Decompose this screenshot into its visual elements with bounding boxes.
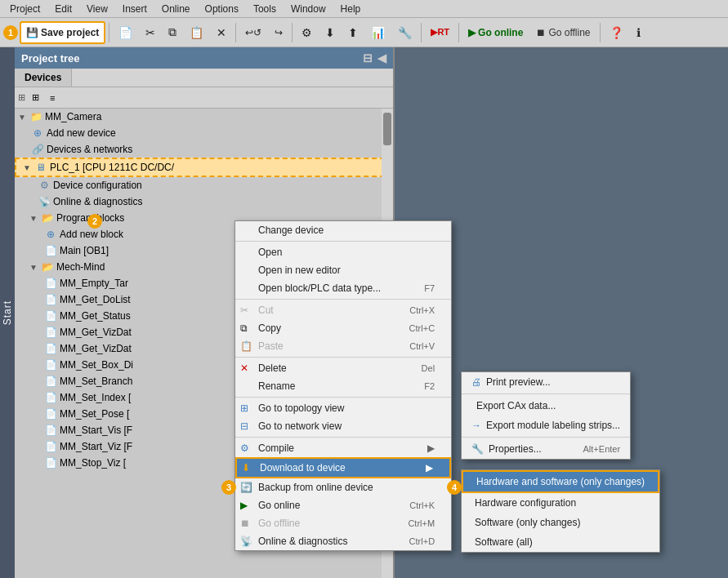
ctx-paste[interactable]: 📋 Paste Ctrl+V bbox=[235, 337, 451, 355]
start-tab[interactable]: Start bbox=[0, 47, 15, 578]
toolbar-btn-help[interactable]: ❓ bbox=[604, 21, 629, 44]
ctx-open-block-shortcut: F7 bbox=[386, 283, 435, 293]
submenu-download: Hardware and software (only changes) Har… bbox=[461, 469, 660, 553]
tree-item-devices-networks[interactable]: 🔗 Devices & networks bbox=[15, 141, 393, 158]
save-icon: 💾 bbox=[26, 27, 38, 38]
menu-edit[interactable]: Edit bbox=[48, 2, 78, 16]
go-online-button[interactable]: ▶ Go online bbox=[462, 21, 529, 44]
ctx-network[interactable]: ⊟ Go to network view bbox=[235, 417, 451, 435]
go-offline-button[interactable]: ⏹ Go offline bbox=[530, 21, 596, 44]
menu-help[interactable]: Help bbox=[334, 2, 368, 16]
ctx-topology[interactable]: ⊞ Go to topology view bbox=[235, 399, 451, 417]
ctx-backup-icon: 🔄 bbox=[240, 482, 252, 493]
arrow-mm-camera: ▼ bbox=[18, 113, 29, 122]
sub-export-module[interactable]: → Export module labeling strips... bbox=[462, 416, 630, 435]
sub-hw-sw-changes[interactable]: Hardware and software (only changes) bbox=[462, 470, 659, 493]
context-menu-primary: Change device Open Open in new editor Op… bbox=[234, 220, 452, 551]
ctx-backup[interactable]: 🔄 Backup from online device bbox=[235, 478, 451, 496]
sub-sw-all[interactable]: Software (all) bbox=[462, 532, 659, 552]
tree-item-plc[interactable]: ▼ 🖥 PLC_1 [CPU 1211C DC/DC/ bbox=[15, 158, 393, 177]
save-project-button[interactable]: 💾 Save project bbox=[20, 21, 105, 44]
ctx-copy[interactable]: ⧉ Copy Ctrl+C bbox=[235, 319, 451, 337]
block-icon-9: 📄 bbox=[44, 424, 57, 437]
ctx-go-online[interactable]: ▶ Go online Ctrl+K bbox=[235, 496, 451, 514]
sub-sw-changes[interactable]: Software (only changes) bbox=[462, 513, 659, 532]
toolbar-btn-undo[interactable]: ↩↺ bbox=[239, 21, 267, 44]
ctx-delete-icon: ✕ bbox=[240, 362, 248, 374]
ctx-compile[interactable]: ⚙ Compile ▶ bbox=[235, 439, 451, 457]
toolbar-btn-delete[interactable]: ✕ bbox=[211, 21, 232, 44]
menu-options[interactable]: Options bbox=[199, 2, 245, 16]
ctx-open-new-editor[interactable]: Open in new editor bbox=[235, 261, 451, 279]
ctx-copy-shortcut: Ctrl+C bbox=[386, 323, 435, 333]
ctx-change-device[interactable]: Change device bbox=[235, 221, 451, 239]
panel-close-icon[interactable]: ◀ bbox=[377, 51, 386, 64]
menu-bar: Project Edit View Insert Online Options … bbox=[0, 0, 728, 18]
ctx-rename[interactable]: Rename F2 bbox=[235, 377, 451, 395]
ctx-download[interactable]: ⬇ Download to device ▶ bbox=[235, 457, 451, 478]
tree-label-6: MM_Set_Branch bbox=[60, 376, 132, 387]
ctx-topology-label: Go to topology view bbox=[258, 402, 344, 414]
ctx-network-label: Go to network view bbox=[258, 420, 342, 432]
sub-hw-config[interactable]: Hardware configuration bbox=[462, 493, 659, 513]
menu-project[interactable]: Project bbox=[3, 2, 47, 16]
ctx-open-block[interactable]: Open block/PLC data type... F7 bbox=[235, 279, 451, 297]
panel-toolbar-list[interactable]: ≡ bbox=[46, 91, 59, 105]
menu-view[interactable]: View bbox=[80, 2, 114, 16]
sub-export-cax-label: Export CAx data... bbox=[476, 400, 556, 411]
ctx-delete[interactable]: ✕ Delete Del bbox=[235, 359, 451, 377]
tree-label-0: MM_Empty_Tar bbox=[60, 278, 128, 289]
ctx-online-diag-icon: 📡 bbox=[240, 536, 252, 547]
tree-label-7: MM_Set_Index [ bbox=[60, 392, 131, 403]
ctx-paste-shortcut: Ctrl+V bbox=[386, 341, 435, 351]
toolbar-btn-paste[interactable]: 📋 bbox=[184, 21, 209, 44]
ctx-go-offline-label: Go offline bbox=[258, 518, 300, 529]
toolbar-btn-8[interactable]: 📊 bbox=[365, 21, 391, 44]
ctx-go-offline-icon: ⏹ bbox=[240, 518, 250, 529]
menu-insert[interactable]: Insert bbox=[116, 2, 154, 16]
tree-scrollbar-thumb bbox=[383, 113, 391, 145]
menu-online[interactable]: Online bbox=[155, 2, 197, 16]
toolbar-btn-cut[interactable]: ✂ bbox=[140, 21, 161, 44]
ctx-rename-label: Rename bbox=[258, 380, 295, 392]
ctx-online-diag[interactable]: 📡 Online & diagnostics Ctrl+D bbox=[235, 532, 451, 550]
toolbar-btn-5[interactable]: ⚙ bbox=[296, 21, 318, 44]
toolbar-btn-rt[interactable]: ▶RT bbox=[425, 21, 455, 44]
tree-item-mm-camera[interactable]: ▼ 📁 MM_Camera bbox=[15, 109, 393, 125]
menu-window[interactable]: Window bbox=[284, 2, 333, 16]
ctx-go-offline[interactable]: ⏹ Go offline Ctrl+M bbox=[235, 514, 451, 532]
start-label: Start bbox=[2, 300, 13, 325]
tab-devices[interactable]: Devices bbox=[15, 69, 72, 87]
toolbar-btn-1[interactable]: 📄 bbox=[113, 21, 138, 44]
toolbar-btn-9[interactable]: 🔧 bbox=[392, 21, 418, 44]
ctx-open[interactable]: Open bbox=[235, 243, 451, 261]
panel-split-icon[interactable]: ⊟ bbox=[363, 51, 373, 64]
tree-item-online-diag[interactable]: 📡 Online & diagnostics bbox=[15, 193, 393, 210]
toolbar-btn-copy[interactable]: ⧉ bbox=[163, 21, 182, 44]
ctx-cut[interactable]: ✂ Cut Ctrl+X bbox=[235, 301, 451, 319]
sub-print-preview[interactable]: 🖨 Print preview... bbox=[462, 372, 630, 392]
toolbar-btn-info[interactable]: ℹ bbox=[631, 21, 646, 44]
sub-export-cax[interactable]: Export CAx data... bbox=[462, 396, 630, 416]
sub-properties[interactable]: 🔧 Properties... Alt+Enter bbox=[462, 439, 630, 459]
tree-label-main-ob1: Main [OB1] bbox=[60, 245, 109, 256]
tree-item-device-config[interactable]: ⚙ Device configuration bbox=[15, 177, 393, 193]
toolbar-btn-redo[interactable]: ↪ bbox=[269, 21, 288, 44]
ctx-change-device-label: Change device bbox=[258, 225, 324, 236]
device-config-icon: ⚙ bbox=[38, 179, 51, 192]
ctx-sep5 bbox=[235, 437, 451, 438]
toolbar-btn-7[interactable]: ⬆ bbox=[342, 21, 364, 44]
toolbar-btn-6[interactable]: ⬇ bbox=[319, 21, 341, 44]
tree-label-9: MM_Start_Vis [F bbox=[60, 425, 132, 436]
panel-toolbar-grid[interactable]: ⊞ bbox=[28, 90, 43, 105]
sub-sep1 bbox=[462, 393, 630, 394]
ctx-go-online-icon: ▶ bbox=[240, 500, 248, 511]
ctx-delete-shortcut: Del bbox=[386, 363, 435, 373]
tree-label-mm-camera: MM_Camera bbox=[45, 111, 101, 122]
panel-toolbar: ⊞ ⊞ ≡ bbox=[15, 87, 393, 109]
ctx-online-diag-label: Online & diagnostics bbox=[258, 536, 347, 547]
tree-item-add-device[interactable]: ⊕ Add new device bbox=[15, 125, 393, 141]
menu-tools[interactable]: Tools bbox=[247, 2, 283, 16]
save-project-label: Save project bbox=[41, 27, 99, 38]
diag-icon: 📡 bbox=[38, 195, 51, 208]
